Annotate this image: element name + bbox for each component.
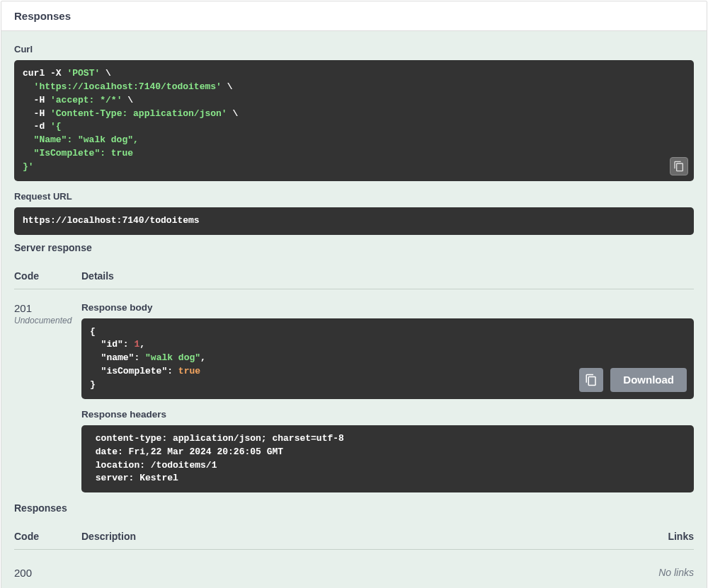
copy-response-button[interactable] bbox=[579, 368, 603, 392]
response-code-cell: 201 Undocumented bbox=[14, 302, 81, 325]
request-url-block: https://localhost:7140/todoitems bbox=[14, 207, 694, 235]
responses-code-header: Code bbox=[14, 526, 81, 550]
copy-curl-button[interactable] bbox=[670, 157, 688, 175]
response-body-buttons: Download bbox=[579, 368, 687, 392]
response-row-desc bbox=[81, 563, 609, 567]
response-row-code: 200 bbox=[14, 563, 81, 579]
panel-header: Responses bbox=[1, 1, 707, 31]
server-response-label: Server response bbox=[14, 242, 694, 260]
details-header: Details bbox=[81, 266, 694, 289]
server-response-grid: Code Details 201 Undocumented Response b… bbox=[14, 266, 694, 503]
clipboard-icon bbox=[673, 161, 685, 172]
curl-label: Curl bbox=[14, 44, 694, 54]
request-url-label: Request URL bbox=[14, 191, 694, 202]
response-details-cell: Response body { "id": 1, "name": "walk d… bbox=[81, 302, 694, 503]
responses-panel: Responses Curl curl -X 'POST' \ 'https:/… bbox=[1, 1, 707, 588]
code-header: Code bbox=[14, 266, 81, 289]
responses-desc-header: Description bbox=[81, 526, 609, 550]
response-headers-label: Response headers bbox=[81, 409, 694, 420]
curl-code-block: curl -X 'POST' \ 'https://localhost:7140… bbox=[14, 60, 694, 181]
undocumented-label: Undocumented bbox=[14, 316, 81, 325]
responses-grid: Code Description Links 200 No links bbox=[14, 526, 694, 579]
panel-body: Curl curl -X 'POST' \ 'https://localhost… bbox=[1, 31, 707, 588]
download-button[interactable]: Download bbox=[610, 368, 687, 392]
responses-label: Responses bbox=[14, 502, 694, 521]
responses-links-header: Links bbox=[609, 526, 694, 550]
clipboard-icon bbox=[585, 374, 598, 386]
response-code: 201 bbox=[14, 302, 81, 314]
response-row-links: No links bbox=[609, 563, 694, 578]
panel-title: Responses bbox=[14, 10, 71, 22]
response-headers-block: content-type: application/json; charset=… bbox=[81, 425, 694, 492]
response-body-label: Response body bbox=[81, 302, 694, 313]
response-body-block: { "id": 1, "name": "walk dog", "isComple… bbox=[81, 318, 694, 399]
